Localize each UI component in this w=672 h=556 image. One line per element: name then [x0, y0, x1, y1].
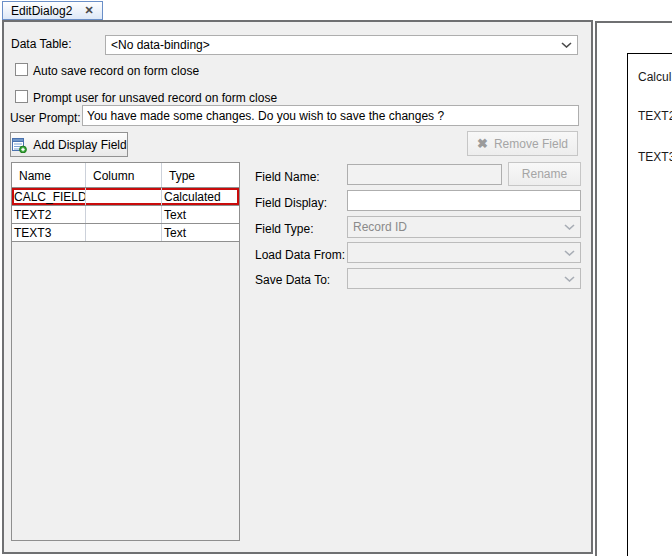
save-data-to-label: Save Data To:	[255, 273, 330, 287]
user-prompt-label: User Prompt:	[10, 111, 81, 125]
chevron-down-icon	[564, 276, 575, 282]
rename-button-label: Rename	[522, 167, 567, 181]
field-display-label: Field Display:	[255, 196, 327, 210]
tab-close-icon[interactable]: ✕	[84, 5, 93, 16]
preview-field-calc: Calcul	[638, 70, 671, 84]
table-row-calc-field1[interactable]: CALC_FIELD1 Calculated	[12, 188, 239, 206]
fields-grid-header: Name Column Type	[12, 163, 239, 188]
cell-column	[86, 224, 162, 241]
cell-type: Text	[162, 206, 239, 223]
remove-field-button[interactable]: ✖ Remove Field	[467, 131, 578, 156]
data-table-label: Data Table:	[11, 37, 72, 51]
preview-dialog-outline: Calcul TEXT2 TEXT3	[627, 53, 672, 556]
save-data-to-select[interactable]	[347, 268, 581, 289]
data-table-value: <No data-binding>	[111, 38, 210, 52]
table-row-text3[interactable]: TEXT3 Text	[12, 224, 239, 242]
edit-dialog-panel: Data Table: <No data-binding> Auto save …	[2, 20, 593, 554]
column-header-type: Type	[162, 163, 239, 187]
tab-editdialog2[interactable]: EditDialog2 ✕	[2, 1, 103, 20]
fields-grid: Name Column Type CALC_FIELD1 Calculated …	[11, 162, 240, 541]
rename-button[interactable]: Rename	[508, 162, 581, 186]
field-name-input[interactable]	[347, 164, 502, 185]
prompt-user-checkbox[interactable]	[15, 90, 28, 103]
user-prompt-input[interactable]	[82, 105, 579, 126]
add-display-field-label: Add Display Field	[33, 138, 126, 152]
cell-type: Text	[162, 224, 239, 241]
remove-x-icon: ✖	[477, 137, 488, 150]
cell-name: TEXT2	[12, 206, 86, 223]
chevron-down-icon	[561, 42, 572, 48]
preview-field-text2: TEXT2	[638, 109, 672, 123]
dialog-preview-panel: Calcul TEXT2 TEXT3	[595, 21, 672, 556]
remove-field-label: Remove Field	[494, 137, 568, 151]
cell-column	[86, 206, 162, 223]
load-data-from-select[interactable]	[347, 242, 581, 263]
auto-save-checkbox[interactable]	[15, 63, 28, 76]
chevron-down-icon	[564, 250, 575, 256]
table-row-text2[interactable]: TEXT2 Text	[12, 206, 239, 224]
column-header-column: Column	[86, 163, 162, 187]
cell-name: TEXT3	[12, 224, 86, 241]
add-field-icon	[11, 137, 27, 153]
cell-name: CALC_FIELD1	[12, 188, 86, 205]
field-type-select[interactable]: Record ID	[347, 216, 581, 238]
field-type-value: Record ID	[353, 220, 407, 234]
load-data-from-label: Load Data From:	[255, 248, 345, 262]
prompt-user-checkbox-label: Prompt user for unsaved record on form c…	[33, 91, 277, 105]
column-header-name: Name	[12, 163, 86, 187]
chevron-down-icon	[564, 224, 575, 230]
cell-column	[86, 188, 162, 205]
add-display-field-button[interactable]: Add Display Field	[10, 132, 128, 157]
cell-type: Calculated	[162, 188, 239, 205]
preview-field-text3: TEXT3	[638, 150, 672, 164]
field-name-label: Field Name:	[255, 170, 320, 184]
data-table-select[interactable]: <No data-binding>	[105, 35, 578, 55]
field-display-input[interactable]	[347, 190, 581, 211]
auto-save-checkbox-label: Auto save record on form close	[33, 64, 199, 78]
field-type-label: Field Type:	[255, 222, 313, 236]
tab-title: EditDialog2	[11, 4, 72, 18]
